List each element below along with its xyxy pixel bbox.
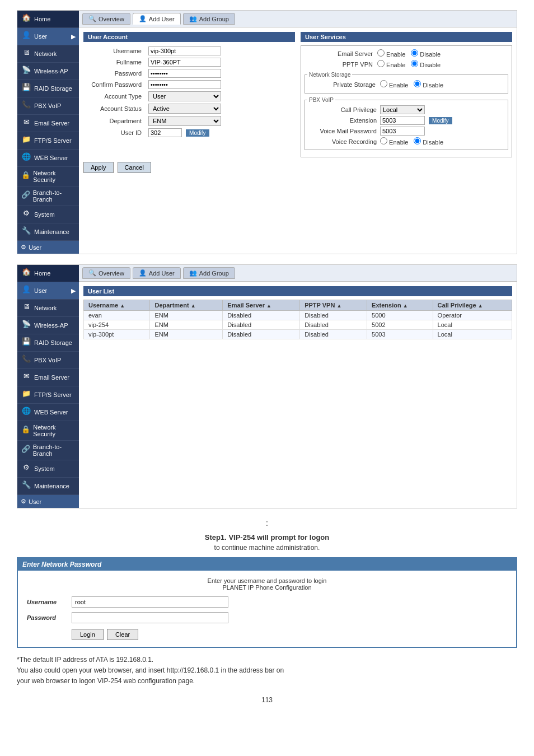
pptp-enable-radio[interactable] (377, 60, 385, 67)
pptp-enable-label[interactable]: Enable (377, 60, 405, 68)
sidebar-item-wireless[interactable]: 📡 Wireless-AP (17, 63, 79, 80)
col-department[interactable]: Department ▲ (150, 300, 223, 311)
apply-button[interactable]: Apply (83, 162, 114, 173)
account-status-select[interactable]: Active Inactive (148, 104, 221, 114)
sidebar-item-ftp[interactable]: 📁 FTP/S Server (17, 132, 79, 150)
clear-button[interactable]: Clear (107, 629, 138, 640)
sidebar2-item-home[interactable]: 🏠 Home (17, 265, 79, 282)
sidebar-item-user[interactable]: 👤 User ▶ (17, 28, 79, 45)
department-select[interactable]: ENM (148, 116, 221, 126)
login-password-input[interactable] (72, 612, 228, 623)
confirm-input[interactable] (148, 80, 221, 89)
sidebar2-item-web[interactable]: 🌐 WEB Server (17, 404, 79, 421)
sidebar-item-raid[interactable]: 💾 RAID Storage (17, 80, 79, 97)
fullname-input[interactable] (148, 58, 221, 67)
sidebar-item-network[interactable]: 🖥 Network (17, 45, 79, 63)
acct-type-label: Account Type (83, 90, 145, 102)
password-label: Password (83, 68, 145, 79)
table-row: vip-300ptENMDisabledDisabled5003Local (84, 330, 512, 339)
extension-input[interactable] (380, 116, 425, 125)
cell-department: ENM (150, 320, 223, 330)
vr-enable-label[interactable]: Enable (380, 137, 408, 146)
system-icon: ⚙ (21, 209, 32, 220)
sort-pptp: ▲ (336, 303, 341, 309)
email-disable-label[interactable]: Disable (411, 49, 441, 58)
col-extension[interactable]: Extension ▲ (367, 300, 433, 311)
cell-extension: 5003 (367, 330, 433, 339)
voicemail-label: Voice Mail Password (307, 128, 380, 134)
add-group-icon: 👥 (189, 15, 197, 22)
email2-icon: ✉ (21, 372, 32, 383)
sidebar2-item-user[interactable]: 👤 User ▶ (17, 282, 79, 300)
call-privilege-row: Call Privilege Local International (307, 105, 505, 114)
sidebar-item-home[interactable]: 🏠 Home (17, 11, 79, 28)
cell-privilege: Operator (433, 311, 512, 320)
vr-disable-radio[interactable] (414, 137, 421, 144)
vr-enable-radio[interactable] (380, 137, 387, 144)
sidebar2: 🏠 Home 👤 User ▶ 🖥 Network 📡 Wireless-AP … (17, 265, 79, 508)
email-enable-radio[interactable] (377, 49, 385, 57)
sidebar-item-system[interactable]: ⚙ System (17, 206, 79, 223)
email-enable-label[interactable]: Enable (377, 49, 405, 58)
raid2-icon: 💾 (21, 337, 32, 348)
tab-add-user[interactable]: 👤 Add User (133, 13, 181, 25)
system2-icon: ⚙ (21, 463, 32, 474)
vr-disable-label[interactable]: Disable (414, 137, 443, 146)
ps-disable-label[interactable]: Disable (414, 80, 443, 88)
sidebar2-item-branch[interactable]: 🔗 Branch-to-Branch (17, 441, 79, 460)
pbx-voip-fieldset: PBX VoIP Call Privilege Local Internatio… (305, 97, 508, 150)
cancel-button[interactable]: Cancel (118, 162, 151, 173)
web2-icon: 🌐 (21, 407, 32, 418)
web-icon: 🌐 (21, 152, 32, 164)
table-header-row: Username ▲ Department ▲ Email Server ▲ (84, 300, 512, 311)
sidebar-item-branch[interactable]: 🔗 Branch-to-Branch (17, 186, 79, 206)
ps-disable-radio[interactable] (414, 80, 421, 87)
netsec-icon: 🔒 (21, 171, 31, 182)
sidebar2-item-network[interactable]: 🖥 Network (17, 300, 79, 317)
sidebar2-item-system[interactable]: ⚙ System (17, 460, 79, 478)
sidebar-item-email[interactable]: ✉ Email Server (17, 115, 79, 132)
sidebar2-item-netsec[interactable]: 🔒 Network Security (17, 421, 79, 441)
col-privilege[interactable]: Call Privilege ▲ (433, 300, 512, 311)
page-notes: *The default IP address of ATA is 192.16… (17, 655, 517, 687)
tab2-overview[interactable]: 🔍 Overview (82, 267, 130, 279)
userid-input[interactable] (148, 128, 182, 137)
wireless-icon: 📡 (21, 66, 32, 77)
email-disable-radio[interactable] (411, 49, 418, 57)
sidebar-item-pbx[interactable]: 📞 PBX VoIP (17, 97, 79, 115)
tab-overview[interactable]: 🔍 Overview (82, 13, 130, 25)
login-username-input[interactable] (72, 596, 228, 608)
tab-add-group[interactable]: 👥 Add Group (183, 13, 235, 25)
pptp-disable-label[interactable]: Disable (411, 60, 441, 68)
sidebar2-item-maintenance[interactable]: 🔧 Maintenance (17, 478, 79, 495)
user-account-form: Username Fullname Password Confirm (83, 45, 224, 138)
sidebar2-item-email[interactable]: ✉ Email Server (17, 369, 79, 386)
pptp-disable-radio[interactable] (411, 60, 418, 67)
sidebar2-item-pbx[interactable]: 📞 PBX VoIP (17, 352, 79, 369)
username-input[interactable] (148, 46, 221, 55)
ps-enable-radio[interactable] (380, 80, 387, 87)
pbx-voip-legend: PBX VoIP (307, 97, 335, 103)
tab2-add-group[interactable]: 👥 Add Group (183, 267, 235, 279)
sidebar-item-maintenance[interactable]: 🔧 Maintenance (17, 223, 79, 241)
sidebar-item-web[interactable]: 🌐 WEB Server (17, 150, 79, 167)
userid-modify-button[interactable]: Modify (186, 129, 209, 137)
sidebar2-item-raid[interactable]: 💾 RAID Storage (17, 334, 79, 352)
voicemail-input[interactable] (380, 127, 425, 136)
col-email[interactable]: Email Server ▲ (223, 300, 300, 311)
tab2-add-user[interactable]: 👤 Add User (133, 267, 181, 279)
account-type-select[interactable]: User Admin (148, 91, 221, 101)
col-username[interactable]: Username ▲ (84, 300, 150, 311)
panel1: 🏠 Home 👤 User ▶ 🖥 Network 📡 Wireless-AP … (17, 10, 517, 254)
ps-enable-label[interactable]: Enable (380, 80, 408, 88)
call-privilege-select[interactable]: Local International (380, 105, 425, 114)
col-pptp[interactable]: PPTP VPN ▲ (300, 300, 367, 311)
sidebar2-item-wireless[interactable]: 📡 Wireless-AP (17, 317, 79, 334)
password-input[interactable] (148, 69, 221, 78)
add-user-icon: 👤 (139, 15, 147, 22)
extension-modify-button[interactable]: Modify (429, 117, 452, 124)
login-button[interactable]: Login (72, 629, 104, 640)
user-services-section: User Services Email Server Enable Disabl… (301, 32, 512, 157)
sidebar-item-netsec[interactable]: 🔒 Network Security (17, 167, 79, 186)
sidebar2-item-ftp[interactable]: 📁 FTP/S Server (17, 386, 79, 404)
